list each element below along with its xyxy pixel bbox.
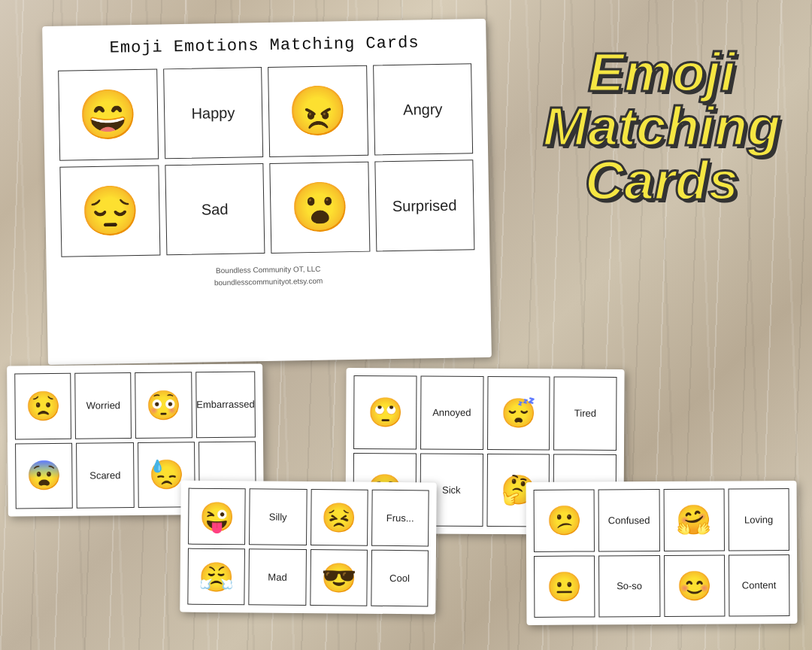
bm-frustrated-emoji-cell: 😣: [311, 489, 368, 546]
big-title-line1: Emoji: [541, 45, 782, 99]
scared-emoji: 😨: [26, 461, 62, 490]
br-soso-label-cell: So-so: [598, 555, 660, 618]
overwhelmed-emoji: 😓: [148, 460, 183, 489]
bm-row2: 😤 Mad 😎 Cool: [187, 548, 429, 607]
content-label: Content: [742, 579, 777, 591]
main-cell-happy-emoji: 😄: [58, 69, 159, 161]
cool-emoji: 😎: [321, 563, 356, 592]
sad-label: Sad: [201, 200, 229, 218]
surprised-label: Surprised: [392, 196, 457, 214]
tired-label: Tired: [574, 408, 596, 419]
happy-label: Happy: [191, 104, 235, 122]
surprised-emoji-face: 😮: [289, 183, 350, 232]
bm-frustrated-label-cell: Frus...: [371, 490, 429, 547]
tired-emoji: 😴: [501, 399, 536, 427]
rm-annoyed-label-cell: Annoyed: [420, 376, 483, 450]
embarrassed-emoji: 😳: [146, 390, 181, 419]
loving-label: Loving: [744, 514, 773, 525]
mad-emoji: 😤: [198, 562, 234, 591]
soso-label: So-so: [617, 580, 642, 591]
bl-worried-emoji-cell: 😟: [14, 373, 71, 439]
main-card-title: Emoji Emotions Matching Cards: [50, 32, 478, 59]
br-content-label-cell: Content: [729, 554, 790, 617]
sick-label: Sick: [442, 484, 461, 495]
br-content-emoji-cell: 😊: [664, 554, 726, 617]
big-title-line3: Cards: [541, 153, 782, 208]
annoyed-emoji: 🙄: [368, 398, 403, 427]
silly-label: Silly: [269, 512, 287, 523]
angry-label: Angry: [403, 100, 443, 118]
rm-row1: 🙄 Annoyed 😴 Tired: [353, 375, 617, 450]
br-soso-emoji-cell: 😐: [534, 555, 595, 618]
bm-row1: 😜 Silly 😣 Frus...: [188, 488, 429, 547]
br-confused-emoji-cell: 😕: [534, 489, 595, 551]
mad-label: Mad: [268, 572, 286, 583]
br-loving-label-cell: Loving: [728, 488, 789, 551]
br-loving-emoji-cell: 🤗: [663, 489, 725, 551]
main-cell-sad-label: Sad: [165, 163, 265, 255]
confused-label: Confused: [608, 515, 650, 526]
main-cell-surprised-emoji: 😮: [269, 162, 370, 254]
bm-grid: 😜 Silly 😣 Frus... 😤 Mad 😎 Cool: [187, 488, 429, 607]
rm-tired-label-cell: Tired: [553, 376, 617, 450]
bm-silly-emoji-cell: 😜: [188, 488, 246, 545]
bl-embarrassed-emoji-cell: 😳: [135, 372, 192, 438]
br-confused-label-cell: Confused: [598, 489, 660, 551]
bl-embarrassed-label-cell: Embarrassed: [195, 372, 256, 438]
bm-cool-label-cell: Cool: [371, 550, 429, 607]
br-row2: 😐 So-so 😊 Content: [534, 554, 789, 618]
frustrated-label: Frus...: [386, 512, 414, 524]
big-title-line2: Matching: [541, 99, 782, 153]
br-row1: 😕 Confused 🤗 Loving: [534, 488, 789, 551]
content-emoji: 😊: [677, 571, 712, 600]
worried-emoji: 😟: [26, 392, 61, 421]
main-card: Emoji Emotions Matching Cards 😄 Happy 😠 …: [42, 19, 492, 365]
main-card-footer: Boundless Community OT, LLC boundlesscom…: [54, 260, 483, 292]
rm-tired-emoji-cell: 😴: [487, 376, 550, 450]
soso-emoji: 😐: [547, 572, 582, 600]
br-grid: 😕 Confused 🤗 Loving 😐 So-so 😊 Co: [534, 488, 790, 618]
main-cell-sad-emoji: 😔: [59, 166, 160, 257]
main-emoji-grid: 😄 Happy 😠 Angry 😔 Sad 😮 Surprised: [50, 63, 482, 257]
sad-emoji-face: 😔: [80, 187, 141, 235]
annoyed-label: Annoyed: [432, 407, 471, 418]
bl-row1: 😟 Worried 😳 Embarrassed: [14, 372, 256, 439]
worried-label: Worried: [86, 399, 120, 411]
main-cell-happy-label: Happy: [163, 67, 264, 159]
scared-label: Scared: [89, 469, 120, 481]
card-silly-mad: 😜 Silly 😣 Frus... 😤 Mad 😎 Cool: [180, 481, 437, 615]
main-cell-surprised-label: Surprised: [374, 159, 475, 251]
embarrassed-label: Embarrassed: [196, 399, 254, 411]
bl-worried-label-cell: Worried: [74, 372, 132, 439]
happy-emoji-face: 😄: [77, 90, 138, 139]
bl-scared-emoji-cell: 😨: [15, 442, 73, 509]
cool-label: Cool: [389, 573, 410, 584]
big-title-container: Emoji Matching Cards: [541, 45, 782, 208]
silly-emoji: 😜: [199, 502, 235, 530]
bm-mad-label-cell: Mad: [249, 548, 307, 606]
bm-mad-emoji-cell: 😤: [187, 548, 245, 606]
main-cell-angry-emoji: 😠: [268, 65, 368, 157]
bm-silly-label-cell: Silly: [249, 488, 307, 545]
frustrated-emoji: 😣: [321, 503, 356, 532]
confused-emoji: 😕: [547, 506, 582, 535]
card-confused-content: 😕 Confused 🤗 Loving 😐 So-so 😊 Co: [526, 481, 798, 625]
rm-annoyed-emoji-cell: 🙄: [353, 375, 417, 449]
loving-emoji: 🤗: [676, 506, 711, 534]
main-cell-angry-label: Angry: [373, 63, 474, 155]
angry-emoji-face: 😠: [287, 87, 348, 135]
bm-cool-emoji-cell: 😎: [310, 549, 368, 606]
bl-scared-label-cell: Scared: [76, 442, 134, 509]
